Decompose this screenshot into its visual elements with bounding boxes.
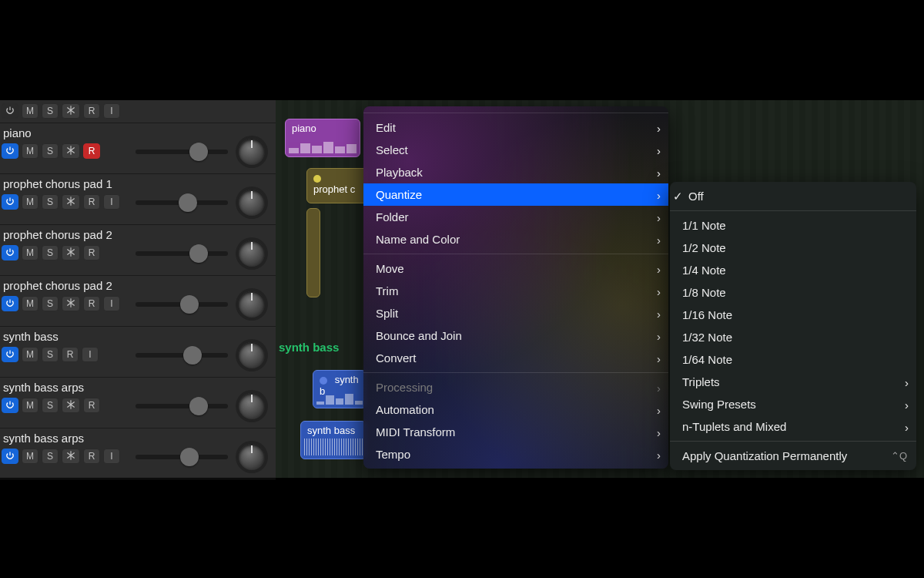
- solo-button[interactable]: S: [42, 194, 59, 210]
- power-button[interactable]: [2, 398, 18, 413]
- freeze-button[interactable]: [62, 245, 80, 260]
- track-row[interactable]: synth bass arpsMSRI: [0, 428, 276, 479]
- mute-button[interactable]: M: [22, 449, 38, 464]
- menu-item-select[interactable]: Select›: [363, 139, 668, 161]
- input-monitor-button[interactable]: I: [82, 347, 99, 362]
- power-button[interactable]: [2, 296, 18, 311]
- freeze-button[interactable]: [62, 103, 80, 119]
- volume-slider[interactable]: [136, 145, 228, 159]
- record-enable-button[interactable]: R: [83, 143, 100, 159]
- volume-slider[interactable]: [136, 196, 228, 210]
- record-enable-button[interactable]: R: [83, 296, 100, 311]
- mute-button[interactable]: M: [22, 245, 38, 260]
- solo-button[interactable]: S: [42, 449, 59, 464]
- freeze-button[interactable]: [62, 296, 80, 311]
- record-enable-button[interactable]: R: [83, 194, 100, 210]
- record-enable-button[interactable]: R: [83, 103, 100, 119]
- solo-button[interactable]: S: [42, 103, 59, 119]
- region-synth-arps-2[interactable]: synth bass: [300, 421, 367, 459]
- slider-thumb[interactable]: [179, 193, 197, 212]
- pan-knob[interactable]: [239, 240, 265, 267]
- submenu-item-n-tuplets-and-mixed[interactable]: n-Tuplets and Mixed›: [670, 415, 916, 438]
- context-menu[interactable]: Edit›Select›Playback›Quantize›Folder›Nam…: [363, 106, 668, 469]
- track-row[interactable]: synth bassMSRI: [0, 327, 276, 378]
- volume-slider[interactable]: [136, 247, 228, 260]
- slider-thumb[interactable]: [189, 143, 208, 161]
- freeze-button[interactable]: [62, 194, 80, 210]
- power-button[interactable]: [2, 347, 18, 362]
- pan-knob[interactable]: [239, 444, 265, 470]
- region-piano[interactable]: piano: [285, 119, 360, 157]
- pan-knob[interactable]: [239, 342, 265, 368]
- track-row[interactable]: MSRI: [0, 100, 276, 123]
- menu-item-move[interactable]: Move›: [363, 257, 668, 280]
- submenu-item-triplets[interactable]: Triplets›: [670, 371, 916, 393]
- pan-knob[interactable]: [239, 139, 265, 165]
- track-row[interactable]: prophet chorus pad 2MSR: [0, 225, 276, 276]
- input-monitor-button[interactable]: I: [103, 103, 120, 119]
- region-sliver[interactable]: [306, 208, 320, 297]
- menu-item-edit[interactable]: Edit›: [363, 116, 668, 139]
- power-button[interactable]: [2, 143, 18, 159]
- input-monitor-button[interactable]: I: [103, 194, 120, 210]
- quantize-submenu[interactable]: ✓Off1/1 Note1/2 Note1/4 Note1/8 Note1/16…: [670, 182, 916, 470]
- slider-thumb[interactable]: [180, 448, 199, 466]
- slider-thumb[interactable]: [189, 244, 208, 263]
- solo-button[interactable]: S: [42, 398, 59, 413]
- volume-slider[interactable]: [136, 450, 228, 464]
- solo-button[interactable]: S: [42, 245, 59, 260]
- menu-item-quantize[interactable]: Quantize›: [363, 183, 668, 206]
- track-row[interactable]: prophet chorus pad 2MSRI: [0, 276, 276, 327]
- submenu-item-1-16-note[interactable]: 1/16 Note: [670, 304, 916, 326]
- mute-button[interactable]: M: [22, 296, 38, 311]
- pan-knob[interactable]: [239, 393, 265, 419]
- menu-item-bounce-and-join[interactable]: Bounce and Join›: [363, 324, 668, 347]
- submenu-item-1-32-note[interactable]: 1/32 Note: [670, 326, 916, 348]
- mute-button[interactable]: M: [22, 347, 38, 362]
- menu-item-midi-transform[interactable]: MIDI Transform›: [363, 421, 668, 443]
- track-row[interactable]: prophet chorus pad 1MSRI: [0, 174, 276, 225]
- pan-knob[interactable]: [239, 291, 265, 318]
- slider-thumb[interactable]: [180, 295, 199, 314]
- submenu-item-1-8-note[interactable]: 1/8 Note: [670, 281, 916, 304]
- track-row[interactable]: synth bass arpsMSR: [0, 378, 276, 428]
- menu-item-playback[interactable]: Playback›: [363, 161, 668, 183]
- submenu-item-apply-quantization-permanently[interactable]: Apply Quantization Permanently⌃Q: [670, 445, 916, 467]
- volume-slider[interactable]: [136, 399, 228, 413]
- menu-item-convert[interactable]: Convert›: [363, 347, 668, 369]
- submenu-item-1-1-note[interactable]: 1/1 Note: [670, 214, 916, 237]
- mute-button[interactable]: M: [22, 143, 38, 159]
- freeze-button[interactable]: [62, 449, 80, 464]
- menu-item-folder[interactable]: Folder›: [363, 206, 668, 228]
- input-monitor-button[interactable]: I: [103, 449, 120, 464]
- power-button[interactable]: [2, 194, 18, 210]
- mute-button[interactable]: M: [22, 398, 38, 413]
- track-row[interactable]: pianoMSR: [0, 123, 276, 174]
- pan-knob[interactable]: [239, 190, 265, 216]
- menu-item-name-and-color[interactable]: Name and Color›: [363, 228, 668, 250]
- record-enable-button[interactable]: R: [83, 449, 100, 464]
- menu-item-trim[interactable]: Trim›: [363, 280, 668, 302]
- freeze-button[interactable]: [62, 143, 80, 159]
- menu-item-tempo[interactable]: Tempo›: [363, 443, 668, 465]
- record-enable-button[interactable]: R: [83, 245, 100, 260]
- menu-item-automation[interactable]: Automation›: [363, 398, 668, 421]
- power-button[interactable]: [2, 103, 18, 119]
- region-synth-arps-1[interactable]: synth b: [313, 370, 367, 408]
- submenu-item-1-4-note[interactable]: 1/4 Note: [670, 259, 916, 281]
- mute-button[interactable]: M: [22, 103, 38, 119]
- input-monitor-button[interactable]: I: [103, 296, 120, 311]
- region-prophet[interactable]: prophet c: [306, 168, 368, 203]
- submenu-item-1-2-note[interactable]: 1/2 Note: [670, 237, 916, 259]
- volume-slider[interactable]: [136, 348, 228, 362]
- solo-button[interactable]: S: [42, 296, 59, 311]
- slider-thumb[interactable]: [183, 346, 202, 365]
- menu-item-split[interactable]: Split›: [363, 302, 668, 324]
- mute-button[interactable]: M: [22, 194, 38, 210]
- solo-button[interactable]: S: [42, 143, 59, 159]
- submenu-item-off[interactable]: ✓Off: [670, 185, 916, 207]
- submenu-item-swing-presets[interactable]: Swing Presets›: [670, 393, 916, 415]
- solo-button[interactable]: S: [42, 347, 59, 362]
- slider-thumb[interactable]: [189, 397, 208, 415]
- submenu-item-1-64-note[interactable]: 1/64 Note: [670, 348, 916, 371]
